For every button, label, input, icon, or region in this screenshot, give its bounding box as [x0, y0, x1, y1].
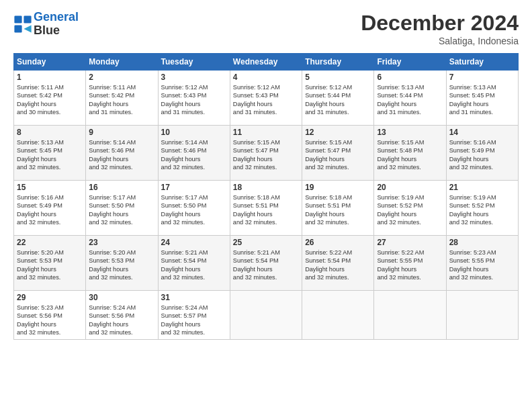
day-info: Sunrise: 5:17 AM Sunset: 5:50 PM Dayligh… [161, 193, 227, 227]
day-info: Sunrise: 5:21 AM Sunset: 5:54 PM Dayligh… [161, 248, 227, 282]
day-number: 30 [89, 293, 154, 302]
table-row: 22 Sunrise: 5:20 AM Sunset: 5:53 PM Dayl… [14, 236, 86, 291]
day-info: Sunrise: 5:23 AM Sunset: 5:56 PM Dayligh… [17, 304, 83, 337]
day-number: 10 [161, 128, 227, 137]
day-info: Sunrise: 5:13 AM Sunset: 5:45 PM Dayligh… [17, 138, 83, 172]
col-sunday: Sunday [14, 54, 86, 71]
calendar-week-row: 15 Sunrise: 5:16 AM Sunset: 5:49 PM Dayl… [14, 181, 519, 236]
day-info: Sunrise: 5:14 AM Sunset: 5:46 PM Dayligh… [89, 138, 154, 172]
day-info: Sunrise: 5:19 AM Sunset: 5:52 PM Dayligh… [377, 193, 443, 227]
day-info: Sunrise: 5:22 AM Sunset: 5:54 PM Dayligh… [305, 248, 371, 282]
day-info: Sunrise: 5:22 AM Sunset: 5:55 PM Dayligh… [377, 248, 443, 282]
day-number: 31 [161, 293, 227, 302]
day-info: Sunrise: 5:16 AM Sunset: 5:49 PM Dayligh… [449, 138, 515, 172]
svg-rect-2 [14, 25, 21, 32]
day-number: 20 [377, 183, 443, 192]
day-number: 7 [449, 73, 515, 82]
table-row: 21 Sunrise: 5:19 AM Sunset: 5:52 PM Dayl… [446, 181, 518, 236]
table-row: 20 Sunrise: 5:19 AM Sunset: 5:52 PM Dayl… [374, 181, 446, 236]
logo: GeneralBlue [13, 11, 79, 38]
table-row: 11 Sunrise: 5:15 AM Sunset: 5:47 PM Dayl… [230, 126, 302, 181]
logo-icon [13, 15, 32, 34]
day-number: 15 [17, 183, 83, 192]
day-number: 3 [161, 73, 227, 82]
table-row: 16 Sunrise: 5:17 AM Sunset: 5:50 PM Dayl… [86, 181, 158, 236]
table-row: 31 Sunrise: 5:24 AM Sunset: 5:57 PM Dayl… [158, 291, 230, 340]
table-row: 10 Sunrise: 5:14 AM Sunset: 5:46 PM Dayl… [158, 126, 230, 181]
day-info: Sunrise: 5:11 AM Sunset: 5:42 PM Dayligh… [89, 83, 154, 117]
day-info: Sunrise: 5:16 AM Sunset: 5:49 PM Dayligh… [17, 193, 83, 227]
day-number: 5 [305, 73, 371, 82]
table-row: 17 Sunrise: 5:17 AM Sunset: 5:50 PM Dayl… [158, 181, 230, 236]
day-number: 25 [233, 238, 299, 247]
day-info: Sunrise: 5:17 AM Sunset: 5:50 PM Dayligh… [89, 193, 154, 227]
table-row: 2 Sunrise: 5:11 AM Sunset: 5:42 PM Dayli… [86, 71, 158, 126]
day-info: Sunrise: 5:15 AM Sunset: 5:47 PM Dayligh… [305, 138, 371, 172]
table-row: 12 Sunrise: 5:15 AM Sunset: 5:47 PM Dayl… [302, 126, 374, 181]
table-row: 25 Sunrise: 5:21 AM Sunset: 5:54 PM Dayl… [230, 236, 302, 291]
calendar-week-row: 8 Sunrise: 5:13 AM Sunset: 5:45 PM Dayli… [14, 126, 519, 181]
day-info: Sunrise: 5:13 AM Sunset: 5:45 PM Dayligh… [449, 83, 515, 117]
svg-marker-3 [24, 25, 31, 32]
day-number: 19 [305, 183, 371, 192]
table-row [374, 291, 446, 340]
table-row: 24 Sunrise: 5:21 AM Sunset: 5:54 PM Dayl… [158, 236, 230, 291]
day-number: 21 [449, 183, 515, 192]
day-info: Sunrise: 5:23 AM Sunset: 5:55 PM Dayligh… [449, 248, 515, 282]
day-number: 12 [305, 128, 371, 137]
table-row: 29 Sunrise: 5:23 AM Sunset: 5:56 PM Dayl… [14, 291, 86, 340]
title-block: December 2024 Salatiga, Indonesia [361, 11, 519, 46]
table-row: 18 Sunrise: 5:18 AM Sunset: 5:51 PM Dayl… [230, 181, 302, 236]
day-number: 16 [89, 183, 154, 192]
table-row: 14 Sunrise: 5:16 AM Sunset: 5:49 PM Dayl… [446, 126, 518, 181]
calendar-week-row: 22 Sunrise: 5:20 AM Sunset: 5:53 PM Dayl… [14, 236, 519, 291]
calendar-week-row: 1 Sunrise: 5:11 AM Sunset: 5:42 PM Dayli… [14, 71, 519, 126]
day-info: Sunrise: 5:11 AM Sunset: 5:42 PM Dayligh… [17, 83, 83, 117]
day-number: 23 [89, 238, 154, 247]
calendar-week-row: 29 Sunrise: 5:23 AM Sunset: 5:56 PM Dayl… [14, 291, 519, 340]
svg-rect-1 [24, 15, 31, 23]
col-thursday: Thursday [302, 54, 374, 71]
table-row: 19 Sunrise: 5:18 AM Sunset: 5:51 PM Dayl… [302, 181, 374, 236]
table-row: 1 Sunrise: 5:11 AM Sunset: 5:42 PM Dayli… [14, 71, 86, 126]
day-number: 11 [233, 128, 299, 137]
page-container: GeneralBlue December 2024 Salatiga, Indo… [0, 0, 532, 347]
day-number: 1 [17, 73, 83, 82]
table-row [230, 291, 302, 340]
day-number: 14 [449, 128, 515, 137]
table-row: 5 Sunrise: 5:12 AM Sunset: 5:44 PM Dayli… [302, 71, 374, 126]
day-number: 18 [233, 183, 299, 192]
day-number: 22 [17, 238, 83, 247]
day-number: 17 [161, 183, 227, 192]
col-monday: Monday [86, 54, 158, 71]
logo-text: GeneralBlue [34, 11, 79, 38]
day-info: Sunrise: 5:24 AM Sunset: 5:57 PM Dayligh… [161, 304, 227, 337]
table-row [302, 291, 374, 340]
day-number: 8 [17, 128, 83, 137]
table-row: 15 Sunrise: 5:16 AM Sunset: 5:49 PM Dayl… [14, 181, 86, 236]
table-row: 7 Sunrise: 5:13 AM Sunset: 5:45 PM Dayli… [446, 71, 518, 126]
table-row [446, 291, 518, 340]
day-info: Sunrise: 5:21 AM Sunset: 5:54 PM Dayligh… [233, 248, 299, 282]
table-row: 9 Sunrise: 5:14 AM Sunset: 5:46 PM Dayli… [86, 126, 158, 181]
svg-rect-0 [14, 15, 21, 23]
day-number: 29 [17, 293, 83, 302]
day-info: Sunrise: 5:18 AM Sunset: 5:51 PM Dayligh… [233, 193, 299, 227]
calendar-header-row: Sunday Monday Tuesday Wednesday Thursday… [14, 54, 519, 71]
day-info: Sunrise: 5:24 AM Sunset: 5:56 PM Dayligh… [89, 304, 154, 337]
page-header: GeneralBlue December 2024 Salatiga, Indo… [13, 11, 519, 46]
day-info: Sunrise: 5:12 AM Sunset: 5:43 PM Dayligh… [161, 83, 227, 117]
calendar-table: Sunday Monday Tuesday Wednesday Thursday… [13, 53, 519, 340]
day-number: 27 [377, 238, 443, 247]
day-info: Sunrise: 5:15 AM Sunset: 5:47 PM Dayligh… [233, 138, 299, 172]
day-info: Sunrise: 5:12 AM Sunset: 5:44 PM Dayligh… [305, 83, 371, 117]
table-row: 23 Sunrise: 5:20 AM Sunset: 5:53 PM Dayl… [86, 236, 158, 291]
table-row: 6 Sunrise: 5:13 AM Sunset: 5:44 PM Dayli… [374, 71, 446, 126]
table-row: 8 Sunrise: 5:13 AM Sunset: 5:45 PM Dayli… [14, 126, 86, 181]
day-number: 24 [161, 238, 227, 247]
day-info: Sunrise: 5:12 AM Sunset: 5:43 PM Dayligh… [233, 83, 299, 117]
table-row: 27 Sunrise: 5:22 AM Sunset: 5:55 PM Dayl… [374, 236, 446, 291]
table-row: 3 Sunrise: 5:12 AM Sunset: 5:43 PM Dayli… [158, 71, 230, 126]
day-number: 28 [449, 238, 515, 247]
day-info: Sunrise: 5:18 AM Sunset: 5:51 PM Dayligh… [305, 193, 371, 227]
